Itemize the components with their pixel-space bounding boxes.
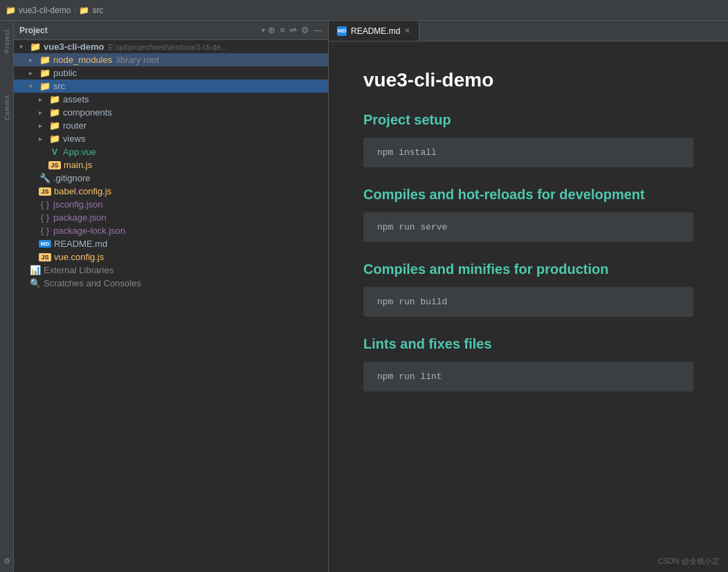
add-icon[interactable]: ⊕ [268, 25, 275, 35]
tab-bar: MD README.md ✕ [329, 21, 728, 41]
section-heading-3: Lints and fixes files [363, 336, 693, 352]
tree-item-app-vue[interactable]: V App.vue [14, 145, 328, 158]
json-icon-package-lock: { } [39, 225, 51, 236]
tree-item-router[interactable]: ▸ 📁 router [14, 119, 328, 132]
arrow-public: ▸ [29, 69, 39, 77]
tree-item-babel-config[interactable]: JS babel.config.js [14, 185, 328, 198]
project-name[interactable]: vue3-cli-demo [19, 6, 71, 15]
components-name: components [63, 107, 112, 118]
code-block-3: npm run lint [363, 362, 693, 391]
folder-icon-router: 📁 [48, 120, 61, 131]
side-strip: Project Commit ⚙ [0, 21, 14, 572]
arrow-assets: ▸ [39, 95, 48, 103]
tree-item-package-lock[interactable]: { } package-lock.json [14, 224, 328, 237]
folder-icon-root: 📁 [29, 41, 42, 52]
js-icon-vue-config: JS [39, 253, 51, 261]
tree-item-views[interactable]: ▸ 📁 views [14, 132, 328, 145]
library-root-label: library root [116, 55, 158, 65]
root-path: E:\qd\project\web\test\vue3-cli-de... [108, 43, 227, 51]
tab-readme[interactable]: MD README.md ✕ [329, 21, 419, 41]
scratch-icon: 🔍 [29, 278, 42, 288]
views-name: views [63, 133, 86, 144]
tree-item-gitignore[interactable]: 🔧 .gitignore [14, 172, 328, 185]
gitignore-name: .gitignore [53, 173, 90, 183]
vue-icon-app: V [48, 147, 61, 157]
js-icon-main: JS [48, 161, 61, 169]
js-icon-babel: JS [39, 187, 51, 196]
file-panel: Project ▾ ⊕ ≡ ⇌ ⚙ — ▾ 📁 vue3-cli-demo E:… [14, 21, 329, 572]
assets-name: assets [63, 94, 89, 104]
node-modules-name: node_modules [53, 55, 112, 65]
main-layout: Project Commit ⚙ Project ▾ ⊕ ≡ ⇌ ⚙ — ▾ 📁 [0, 21, 728, 572]
panel-icons: ⊕ ≡ ⇌ ⚙ — [268, 25, 322, 35]
package-lock-name: package-lock.json [53, 225, 125, 236]
panel-chevron[interactable]: ▾ [262, 26, 265, 34]
arrow-node-modules: ▸ [29, 56, 39, 64]
code-block-0: npm install [363, 138, 693, 167]
tree-item-external-libs[interactable]: 📊 External Libraries [14, 264, 328, 277]
src-name: src [53, 81, 65, 91]
root-name: vue3-cli-demo [44, 41, 104, 52]
tab-readme-label: README.md [351, 26, 400, 36]
lib-icon: 📊 [29, 265, 42, 275]
current-folder: src [92, 6, 103, 15]
git-icon: 🔧 [39, 173, 51, 183]
minimize-icon[interactable]: — [313, 25, 322, 35]
external-libs-name: External Libraries [44, 265, 113, 275]
md-icon-readme: MD [39, 240, 51, 248]
tab-close-icon[interactable]: ✕ [404, 26, 410, 35]
code-block-2: npm run build [363, 287, 693, 317]
watermark: CSDN @全栈小定 [658, 556, 720, 566]
vue-config-name: vue.config.js [54, 252, 104, 262]
json-icon-jsconfig: { } [39, 199, 51, 210]
tree-item-main-js[interactable]: JS main.js [14, 158, 328, 172]
folder-icon-src: 📁 [39, 81, 51, 91]
side-label-commit[interactable]: Commit [3, 95, 10, 120]
section-heading-2: Compiles and minifies for production [363, 261, 693, 277]
side-label-project[interactable]: Project [3, 29, 10, 53]
readme-content: vue3-cli-demo Project setup npm install … [329, 41, 728, 572]
tree-item-jsconfig[interactable]: { } jsconfig.json [14, 198, 328, 211]
arrow-root: ▾ [19, 43, 29, 50]
breadcrumb-bar: 📁 vue3-cli-demo › 📁 src [0, 0, 728, 21]
settings-side-icon[interactable]: ⚙ [3, 554, 10, 566]
tree-item-components[interactable]: ▸ 📁 components [14, 106, 328, 119]
folder-icon-node-modules: 📁 [39, 55, 51, 65]
tree-item-package-json[interactable]: { } package.json [14, 211, 328, 224]
collapse-icon[interactable]: ≡ [280, 25, 285, 35]
code-block-1: npm run serve [363, 212, 693, 242]
scratches-name: Scratches and Consoles [44, 278, 141, 288]
folder-icon-public: 📁 [39, 68, 51, 78]
tree-item-readme[interactable]: MD README.md [14, 237, 328, 250]
main-js-name: main.js [64, 160, 92, 170]
tree-item-public[interactable]: ▸ 📁 public [14, 66, 328, 80]
app-vue-name: App.vue [63, 147, 96, 157]
expand-icon[interactable]: ⇌ [289, 25, 297, 35]
arrow-components: ▸ [39, 109, 48, 116]
tree-item-scratches[interactable]: 🔍 Scratches and Consoles [14, 277, 328, 290]
readme-title: vue3-cli-demo [363, 69, 693, 91]
public-name: public [53, 68, 77, 78]
panel-header: Project ▾ ⊕ ≡ ⇌ ⚙ — [14, 21, 328, 40]
tree-item-root[interactable]: ▾ 📁 vue3-cli-demo E:\qd\project\web\test… [14, 40, 328, 53]
arrow-src: ▾ [29, 82, 39, 90]
arrow-router: ▸ [39, 122, 48, 129]
panel-title: Project [19, 26, 259, 35]
md-tab-icon: MD [337, 26, 347, 36]
tree-item-src[interactable]: ▾ 📁 src [14, 80, 328, 93]
package-json-name: package.json [53, 212, 107, 223]
readme-file-name: README.md [54, 239, 107, 249]
tree-item-vue-config[interactable]: JS vue.config.js [14, 250, 328, 264]
folder-icon-assets: 📁 [48, 94, 61, 104]
babel-config-name: babel.config.js [54, 186, 111, 196]
arrow-views: ▸ [39, 135, 48, 142]
router-name: router [63, 120, 87, 131]
settings-icon[interactable]: ⚙ [301, 25, 309, 35]
folder-icon-src: 📁 [79, 6, 89, 15]
tree-item-assets[interactable]: ▸ 📁 assets [14, 93, 328, 106]
section-heading-0: Project setup [363, 112, 693, 128]
file-tree: ▾ 📁 vue3-cli-demo E:\qd\project\web\test… [14, 40, 328, 572]
tree-item-node-modules[interactable]: ▸ 📁 node_modules library root [14, 53, 328, 66]
jsconfig-name: jsconfig.json [53, 199, 103, 210]
section-heading-1: Compiles and hot-reloads for development [363, 187, 693, 203]
